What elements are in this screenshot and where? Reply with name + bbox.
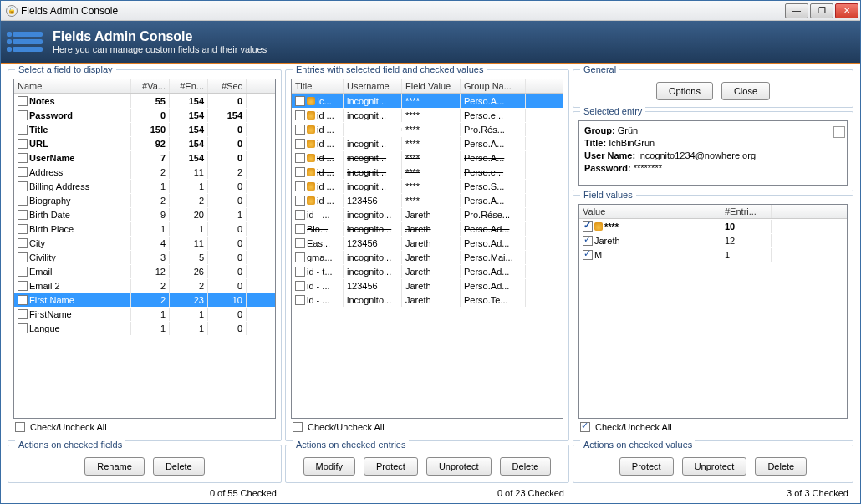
options-button[interactable]: Options bbox=[656, 82, 713, 100]
row-checkbox[interactable] bbox=[18, 323, 28, 333]
col-sec[interactable]: #Sec bbox=[208, 79, 247, 93]
col-va[interactable]: #Va... bbox=[131, 79, 170, 93]
row-checkbox[interactable] bbox=[18, 139, 28, 149]
values-grid[interactable]: Value #Entri... ****10Jareth12M1 bbox=[578, 204, 848, 419]
field-row[interactable]: Email 2220 bbox=[14, 278, 275, 293]
protect-value-button[interactable]: Protect bbox=[619, 457, 674, 476]
close-window-button[interactable]: ✕ bbox=[835, 3, 858, 18]
row-checkbox[interactable] bbox=[18, 267, 28, 277]
rename-button[interactable]: Rename bbox=[84, 457, 145, 476]
close-button[interactable]: Close bbox=[721, 82, 770, 100]
row-checkbox[interactable] bbox=[295, 252, 305, 262]
entry-row[interactable]: id ...incognit...****Perso.A... bbox=[292, 136, 563, 150]
unprotect-entry-button[interactable]: Unprotect bbox=[426, 457, 492, 476]
field-row[interactable]: URL921540 bbox=[14, 136, 275, 150]
entry-row[interactable]: id ...incognit...****Perso.e... bbox=[292, 165, 563, 179]
field-row[interactable]: Password0154154 bbox=[14, 108, 275, 122]
row-checkbox[interactable] bbox=[295, 238, 305, 248]
selected-entry-detail[interactable]: Group: Grün Title: IchBinGrün User Name:… bbox=[578, 120, 848, 186]
field-row[interactable]: Civility350 bbox=[14, 250, 275, 264]
col-groupname[interactable]: Group Na... bbox=[461, 79, 526, 93]
entry-row[interactable]: id ...incognit...****Perso.e... bbox=[292, 108, 563, 122]
col-en[interactable]: #En... bbox=[170, 79, 208, 93]
entry-row[interactable]: Blo...incognito...JarethPerso.Ad... bbox=[292, 221, 563, 236]
fields-check-all[interactable] bbox=[15, 422, 25, 432]
field-row[interactable]: Address2112 bbox=[14, 165, 275, 179]
entry-row[interactable]: id ...incognit...****Perso.S... bbox=[292, 179, 563, 193]
field-row[interactable]: FirstName110 bbox=[14, 307, 275, 321]
minimize-button[interactable]: — bbox=[785, 3, 808, 18]
titlebar[interactable]: 🔒 Fields Admin Console — ❐ ✕ bbox=[1, 1, 860, 21]
row-checkbox[interactable] bbox=[18, 281, 28, 291]
protect-entry-button[interactable]: Protect bbox=[364, 457, 418, 476]
field-row[interactable]: Title1501540 bbox=[14, 122, 275, 136]
field-row[interactable]: Birth Place110 bbox=[14, 221, 275, 236]
row-checkbox[interactable] bbox=[295, 295, 305, 305]
delete-value-button[interactable]: Delete bbox=[755, 457, 807, 476]
col-entries-count[interactable]: #Entri... bbox=[721, 205, 772, 218]
row-checkbox[interactable] bbox=[295, 125, 305, 135]
col-name[interactable]: Name bbox=[14, 79, 131, 93]
entry-row[interactable]: Eas...123456JarethPerso.Ad... bbox=[292, 236, 563, 250]
row-checkbox[interactable] bbox=[18, 110, 28, 120]
row-checkbox[interactable] bbox=[18, 125, 28, 135]
row-checkbox[interactable] bbox=[583, 250, 593, 260]
entry-row[interactable]: id - t...incognito...JarethPerso.Ad... bbox=[292, 264, 563, 278]
row-checkbox[interactable] bbox=[295, 281, 305, 291]
entry-row[interactable]: gma...incognito...JarethPerso.Mai... bbox=[292, 250, 563, 264]
row-checkbox[interactable] bbox=[295, 167, 305, 177]
field-row[interactable]: UserName71540 bbox=[14, 150, 275, 165]
maximize-button[interactable]: ❐ bbox=[810, 3, 833, 18]
row-checkbox[interactable] bbox=[18, 309, 28, 319]
row-checkbox[interactable] bbox=[295, 96, 305, 106]
entry-row[interactable]: id - ...incognito...JarethPerso.Te... bbox=[292, 293, 563, 307]
field-row[interactable]: Biography220 bbox=[14, 193, 275, 207]
row-checkbox[interactable] bbox=[18, 210, 28, 220]
fields-grid[interactable]: Name #Va... #En... #Sec Notes551540Passw… bbox=[13, 79, 276, 419]
row-checkbox[interactable] bbox=[295, 210, 305, 220]
row-checkbox[interactable] bbox=[583, 236, 593, 246]
row-checkbox[interactable] bbox=[18, 96, 28, 106]
entry-row[interactable]: Ic...incognit...****Perso.A... bbox=[292, 94, 563, 108]
entry-row[interactable]: id - ...123456JarethPerso.Ad... bbox=[292, 278, 563, 293]
entry-row[interactable]: id ...****Pro.Rés... bbox=[292, 122, 563, 136]
row-checkbox[interactable] bbox=[18, 167, 28, 177]
entries-grid[interactable]: Title Username Field Value Group Na... I… bbox=[291, 79, 563, 419]
row-checkbox[interactable] bbox=[18, 238, 28, 248]
row-checkbox[interactable] bbox=[295, 181, 305, 191]
value-row[interactable]: Jareth12 bbox=[579, 233, 847, 247]
row-checkbox[interactable] bbox=[18, 252, 28, 262]
field-row[interactable]: Langue110 bbox=[14, 321, 275, 335]
entry-row[interactable]: id - ...incognito...JarethPro.Rése... bbox=[292, 207, 563, 221]
row-checkbox[interactable] bbox=[583, 221, 593, 232]
field-row[interactable]: Email12260 bbox=[14, 264, 275, 278]
entries-check-all[interactable] bbox=[293, 422, 303, 432]
delete-field-button[interactable]: Delete bbox=[153, 457, 205, 476]
row-checkbox[interactable] bbox=[295, 196, 305, 206]
row-checkbox[interactable] bbox=[295, 224, 305, 234]
row-checkbox[interactable] bbox=[18, 224, 28, 234]
row-checkbox[interactable] bbox=[18, 196, 28, 206]
row-checkbox[interactable] bbox=[18, 295, 28, 305]
delete-entry-button[interactable]: Delete bbox=[500, 457, 552, 476]
entry-row[interactable]: id ...incognit...****Perso.A... bbox=[292, 150, 563, 165]
row-checkbox[interactable] bbox=[18, 153, 28, 163]
field-row[interactable]: Notes551540 bbox=[14, 94, 275, 108]
field-row[interactable]: Birth Date9201 bbox=[14, 207, 275, 221]
row-checkbox[interactable] bbox=[295, 153, 305, 163]
unprotect-value-button[interactable]: Unprotect bbox=[682, 457, 747, 476]
entry-row[interactable]: id ...123456****Perso.A... bbox=[292, 193, 563, 207]
row-checkbox[interactable] bbox=[295, 267, 305, 277]
row-checkbox[interactable] bbox=[18, 181, 28, 191]
values-check-all[interactable] bbox=[580, 422, 590, 432]
value-row[interactable]: M1 bbox=[579, 247, 847, 262]
value-row[interactable]: ****10 bbox=[579, 219, 847, 233]
row-checkbox[interactable] bbox=[295, 139, 305, 149]
field-row[interactable]: First Name22310 bbox=[14, 293, 275, 307]
col-username[interactable]: Username bbox=[344, 79, 402, 93]
modify-button[interactable]: Modify bbox=[303, 457, 355, 476]
field-row[interactable]: Billing Address110 bbox=[14, 179, 275, 193]
col-fieldvalue[interactable]: Field Value bbox=[402, 79, 461, 93]
col-value[interactable]: Value bbox=[579, 205, 721, 218]
field-row[interactable]: City4110 bbox=[14, 236, 275, 250]
